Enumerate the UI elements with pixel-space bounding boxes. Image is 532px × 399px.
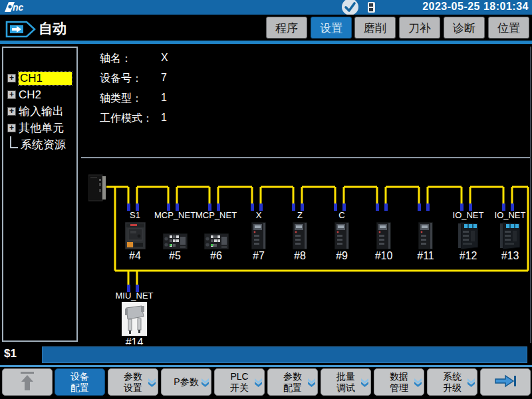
expand-icon[interactable]: + <box>7 124 16 132</box>
field-label: 轴名： <box>100 52 132 66</box>
softkey-batch-debug[interactable]: 批量 调试 <box>321 368 371 396</box>
softkey-p-param[interactable]: P参数 <box>161 368 211 396</box>
field-label: 轴类型： <box>100 92 142 106</box>
sidebar-item-ch1[interactable]: + CH1 <box>5 70 75 86</box>
device-number: #4 <box>114 250 156 262</box>
device-number: #13 <box>489 250 531 262</box>
tab-settings[interactable]: 设置 <box>311 17 352 39</box>
tree-item-label: 输入输出 <box>19 104 64 119</box>
panel-right-edge <box>530 47 531 343</box>
device-host[interactable] <box>88 174 106 204</box>
softkey-return-up[interactable] <box>2 368 53 396</box>
menu-chevron-icon <box>254 378 263 387</box>
device-image <box>448 221 489 249</box>
tab-program[interactable]: 程序 <box>266 17 307 39</box>
menu-chevron-icon <box>148 378 156 387</box>
menu-chevron-icon <box>414 378 422 387</box>
menu-chevron-icon <box>201 378 209 387</box>
field-label: 工作模式： <box>100 112 153 126</box>
device-name: S1 <box>114 210 156 221</box>
device-image <box>238 221 279 249</box>
menu-chevron-icon <box>307 378 316 387</box>
tab-position[interactable]: 位置 <box>488 17 529 39</box>
device-num5[interactable]: MCP_NET #5 <box>154 210 196 262</box>
field-value: 7 <box>161 72 167 84</box>
knc-logo: nc <box>3 1 43 14</box>
softkey-param-setting[interactable]: 参数 设置 <box>108 368 158 396</box>
tree-item-label: CH2 <box>19 88 41 102</box>
device-image <box>114 221 156 249</box>
softkey-sys-upgrade[interactable]: 系统 升级 <box>427 368 477 396</box>
next-arrow-icon <box>493 374 517 390</box>
device-num9[interactable]: C #9 <box>321 210 362 262</box>
device-name: Z <box>279 210 321 221</box>
device-name: X <box>238 210 279 221</box>
device-image <box>279 221 321 249</box>
device-num12[interactable]: IO_NET #12 <box>448 210 489 262</box>
device-number: #10 <box>363 250 404 262</box>
softkey-data-manage[interactable]: 数据 管理 <box>374 368 424 396</box>
sidebar-item-other-unit[interactable]: + 其他单元 <box>5 120 75 136</box>
datetime: 2023-05-25 18:01:34 <box>422 1 529 13</box>
device-num4[interactable]: S1 #4 <box>114 210 156 262</box>
device-number: #11 <box>405 250 446 262</box>
field-value: 1 <box>161 92 167 104</box>
tree-item-label: 系统资源 <box>21 137 66 152</box>
device-image <box>405 221 446 249</box>
device-image <box>196 221 237 249</box>
device-miu-net[interactable]: MIU_NET #14 <box>114 291 155 348</box>
device-number: #5 <box>154 250 196 262</box>
tab-tool-comp[interactable]: 刀补 <box>399 17 440 39</box>
svg-text:nc: nc <box>13 2 24 13</box>
device-number: #7 <box>238 250 279 262</box>
cnc-hmi-screen: nc 2023-05-25 18:01:34 自动 程序设置磨削刀补诊断位置 +… <box>0 0 532 399</box>
device-image <box>114 301 155 336</box>
softkey-device-config[interactable]: 设备 配置 <box>55 368 105 396</box>
device-num10[interactable]: #10 <box>363 210 404 262</box>
expand-icon[interactable]: + <box>7 107 16 116</box>
tree-elbow-icon <box>10 136 18 148</box>
device-name: C <box>321 210 362 221</box>
ok-check-icon <box>342 0 358 15</box>
up-arrow-icon <box>17 370 37 394</box>
device-image <box>363 221 404 249</box>
tab-diagnosis[interactable]: 诊断 <box>444 17 485 39</box>
field-value: X <box>161 52 168 64</box>
softkey-plc-switch[interactable]: PLC 开关 <box>214 368 265 396</box>
separator-line-bottom <box>0 365 532 367</box>
auto-mode-icon <box>5 20 36 39</box>
device-name: IO_NET <box>489 210 531 221</box>
storage-icon <box>368 2 375 13</box>
device-name: MCP_NET <box>154 210 196 221</box>
device-num13[interactable]: IO_NET #13 <box>489 210 531 262</box>
separator-line-top <box>0 41 532 44</box>
softkey-param-config[interactable]: 参数 配置 <box>267 368 318 396</box>
sidebar-item-io[interactable]: + 输入输出 <box>5 103 75 120</box>
device-number: #6 <box>196 250 237 262</box>
device-name <box>363 210 404 221</box>
channel-label: $1 <box>4 347 17 360</box>
channel-message-box <box>42 346 527 363</box>
device-tree-panel: + CH1 + CH2 + 输入输出 + 其他单元 系统资源 <box>2 47 78 342</box>
expand-icon[interactable]: + <box>7 74 16 82</box>
device-num11[interactable]: #11 <box>405 210 446 262</box>
device-num7[interactable]: X #7 <box>238 210 279 262</box>
softkey-next-page[interactable] <box>480 368 531 396</box>
device-name: MCP_NET <box>196 210 237 221</box>
device-number: #8 <box>279 250 321 262</box>
device-num6[interactable]: MCP_NET #6 <box>196 210 237 262</box>
menu-chevron-icon <box>467 378 475 387</box>
mode-label: 自动 <box>39 19 66 38</box>
menu-chevron-icon <box>360 378 369 387</box>
device-image <box>154 221 196 249</box>
device-image <box>321 221 362 249</box>
title-bar: 自动 程序设置磨削刀补诊断位置 <box>0 15 532 41</box>
tree-item-label: CH1 <box>19 72 72 85</box>
tab-grinding[interactable]: 磨削 <box>354 17 396 39</box>
sidebar-item-ch2[interactable]: + CH2 <box>5 86 75 103</box>
expand-icon[interactable]: + <box>7 90 16 99</box>
device-number: #12 <box>448 250 489 262</box>
device-num8[interactable]: Z #8 <box>279 210 321 262</box>
device-name: MIU_NET <box>114 291 155 301</box>
sidebar-item-sys-res[interactable]: 系统资源 <box>5 136 75 153</box>
